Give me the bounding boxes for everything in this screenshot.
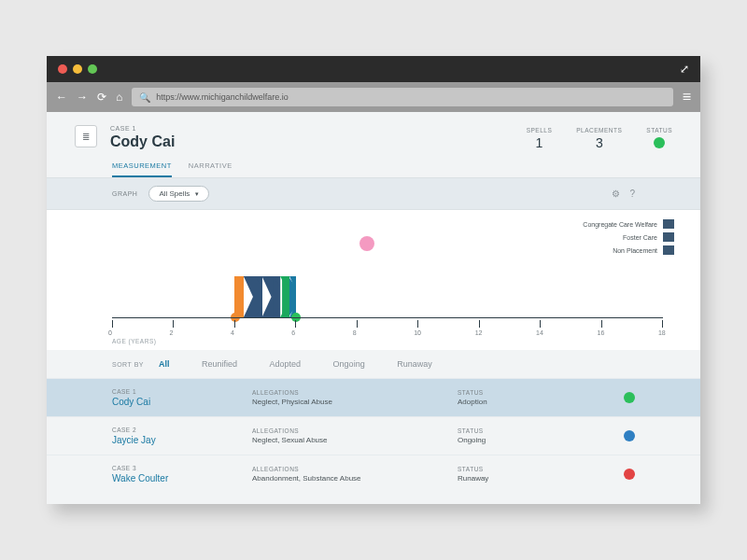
annotation-marker <box>359 236 374 251</box>
row-status-dot <box>624 392 635 403</box>
url-bar[interactable]: 🔍 https://www.michiganchildwelfare.io <box>132 88 672 106</box>
sort-option-all[interactable]: All <box>159 359 170 369</box>
case-row[interactable]: CASE 3 Wake Coulter ALLEGATIONS Abandonm… <box>47 455 700 493</box>
status-label: STATUS <box>646 127 672 133</box>
help-icon[interactable]: ? <box>629 189 635 199</box>
row-status: Ongoing <box>458 436 570 444</box>
case-row[interactable]: CASE 1 Cody Cai ALLEGATIONS Neglect, Phy… <box>47 378 700 416</box>
legend-label: Non Placement <box>613 247 657 254</box>
chevron-down-icon: ▾ <box>195 190 199 198</box>
case-eyebrow: CASE 1 <box>110 125 514 132</box>
row-alleg-label: ALLEGATIONS <box>252 466 458 472</box>
search-icon: 🔍 <box>139 92 150 103</box>
row-status-dot <box>624 469 635 480</box>
placements-value: 3 <box>576 135 622 150</box>
row-alleg: Abandonment, Substance Abuse <box>252 474 458 483</box>
tab-measurement[interactable]: MEASUREMENT <box>112 161 172 177</box>
menu-icon[interactable]: ≡ <box>683 89 691 105</box>
row-status: Runaway <box>458 474 570 483</box>
row-alleg-label: ALLEGATIONS <box>252 389 458 396</box>
sort-bar: SORT BY All Reunified Adopted Ongoing Ru… <box>47 350 700 378</box>
tick: 16 <box>601 320 602 328</box>
tick: 4 <box>234 320 235 328</box>
sort-option-reunified[interactable]: Reunified <box>202 359 237 369</box>
back-icon[interactable]: ← <box>56 91 67 104</box>
x-axis-label: AGE (YEARS) <box>112 338 156 344</box>
case-name: Cody Cai <box>110 133 514 150</box>
close-icon[interactable] <box>58 64 67 74</box>
sort-option-ongoing[interactable]: Ongoing <box>333 359 365 369</box>
legend-swatch <box>663 245 674 255</box>
tick: 6 <box>295 320 296 328</box>
sort-option-adopted[interactable]: Adopted <box>270 359 302 369</box>
reload-icon[interactable]: ⟳ <box>97 91 106 104</box>
x-ticks: 024681012141618 <box>112 320 663 328</box>
case-row[interactable]: CASE 2 Jaycie Jay ALLEGATIONS Neglect, S… <box>47 416 700 455</box>
timeline-chart: Congregate Care WelfareFoster CareNon Pl… <box>47 210 700 350</box>
tick: 0 <box>112 320 113 328</box>
placement-segment <box>244 276 262 317</box>
row-alleg: Neglect, Sexual Abuse <box>252 436 458 444</box>
app-window: ⤢ ← → ⟳ ⌂ 🔍 https://www.michiganchildwel… <box>47 56 700 504</box>
legend-swatch <box>663 219 674 229</box>
placement-segment <box>289 276 296 317</box>
row-case-id: CASE 2 <box>112 427 252 433</box>
row-status-label: STATUS <box>458 427 570 434</box>
tick: 2 <box>173 320 174 328</box>
list-toggle-button[interactable]: ≣ <box>75 125 97 147</box>
x-axis <box>112 317 663 318</box>
row-case-id: CASE 1 <box>112 388 252 395</box>
zoom-icon[interactable] <box>88 64 97 74</box>
row-case-id: CASE 3 <box>112 465 252 471</box>
row-alleg: Neglect, Physical Abuse <box>252 398 458 406</box>
url-text: https://www.michiganchildwelfare.io <box>156 92 289 102</box>
spells-value: 1 <box>527 135 553 150</box>
spells-label: SPELLS <box>527 127 553 133</box>
tick: 8 <box>357 320 358 328</box>
tick: 14 <box>540 320 541 328</box>
placements-label: PLACEMENTS <box>576 127 622 133</box>
legend-swatch <box>663 232 674 242</box>
row-name: Jaycie Jay <box>112 435 252 445</box>
spell-block <box>234 276 296 317</box>
home-icon[interactable]: ⌂ <box>116 91 122 104</box>
row-status-dot <box>624 430 635 441</box>
sort-label: SORT BY <box>112 361 144 368</box>
row-name: Wake Coulter <box>112 473 252 483</box>
minimize-icon[interactable] <box>73 64 82 74</box>
placement-segment <box>234 276 244 317</box>
titlebar: ⤢ <box>47 56 700 82</box>
legend-label: Congregate Care Welfare <box>583 221 657 228</box>
gear-icon[interactable]: ⚙ <box>612 189 620 199</box>
placement-segment <box>262 276 281 317</box>
browser-toolbar: ← → ⟳ ⌂ 🔍 https://www.michiganchildwelfa… <box>47 82 700 112</box>
tab-narrative[interactable]: NARRATIVE <box>189 161 233 177</box>
placement-segment <box>280 276 289 317</box>
forward-icon[interactable]: → <box>77 91 88 104</box>
sort-option-runaway[interactable]: Runaway <box>397 359 432 369</box>
row-status-label: STATUS <box>458 466 570 472</box>
case-list: CASE 1 Cody Cai ALLEGATIONS Neglect, Phy… <box>47 378 700 493</box>
tick: 18 <box>662 320 663 328</box>
row-status: Adoption <box>458 398 570 406</box>
row-alleg-label: ALLEGATIONS <box>252 427 458 434</box>
tick: 12 <box>479 320 480 328</box>
status-indicator <box>654 137 665 148</box>
tick: 10 <box>417 320 418 328</box>
fullscreen-icon[interactable]: ⤢ <box>680 63 689 76</box>
graph-label: GRAPH <box>112 190 137 197</box>
row-name: Cody Cai <box>112 397 252 407</box>
row-status-label: STATUS <box>458 389 570 396</box>
window-controls <box>58 64 97 74</box>
page: ≣ CASE 1 Cody Cai SPELLS 1 PLACEMENTS 3 … <box>47 112 700 504</box>
legend-label: Foster Care <box>623 234 657 241</box>
spells-dropdown[interactable]: All Spells ▾ <box>148 186 209 202</box>
